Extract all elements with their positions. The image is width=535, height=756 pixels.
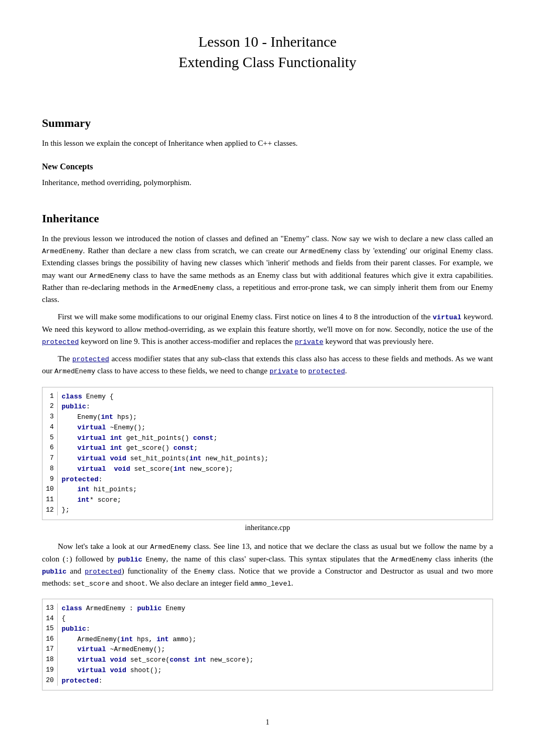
page-number: 1 — [42, 717, 493, 728]
inheritance-para2: First we will make some modifications to… — [42, 311, 493, 348]
code-block-2: 13class ArmedEnemy : public Enemy14{15pu… — [42, 599, 493, 690]
code-caption-1: inheritance.cpp — [42, 522, 493, 534]
concepts-text: Inheritance, method overriding, polymorp… — [42, 177, 493, 189]
new-concepts-heading: New Concepts — [42, 160, 493, 174]
code-block-1: 1class Enemy {2public:3 Enemy(int hps);4… — [42, 387, 493, 520]
page-title: Lesson 10 - Inheritance Extending Class … — [42, 31, 493, 72]
summary-heading: Summary — [42, 114, 493, 132]
inheritance-para3: The protected access modifier states tha… — [42, 353, 493, 377]
inheritance-para1: In the previous lesson we introduced the… — [42, 233, 493, 306]
inheritance-para4: Now let's take a look at our ArmedEnemy … — [42, 541, 493, 589]
inheritance-heading: Inheritance — [42, 210, 493, 228]
summary-body: In this lesson we explain the concept of… — [42, 137, 493, 149]
